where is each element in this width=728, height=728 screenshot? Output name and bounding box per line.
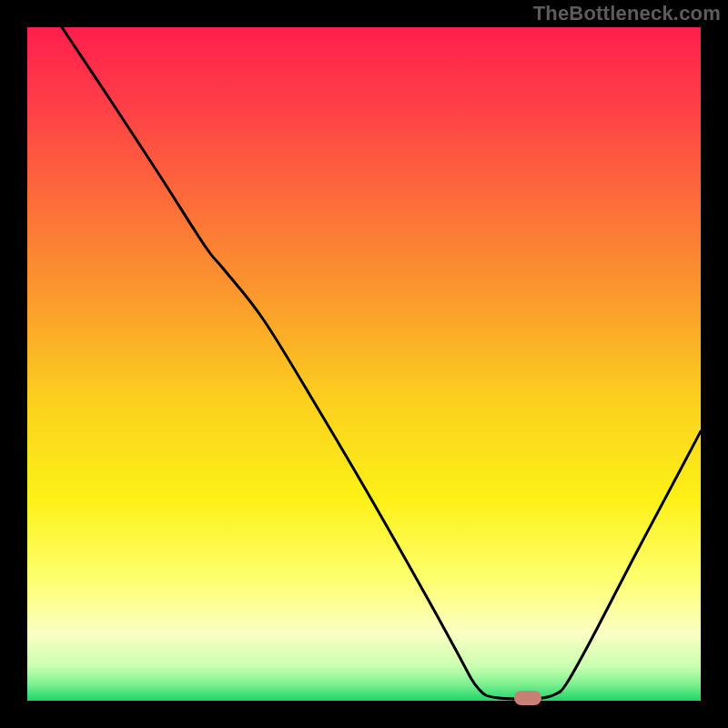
chart-svg [0, 0, 728, 728]
chart-stage: TheBottleneck.com [0, 0, 728, 728]
optimal-marker [514, 691, 541, 705]
watermark-text: TheBottleneck.com [533, 2, 721, 25]
